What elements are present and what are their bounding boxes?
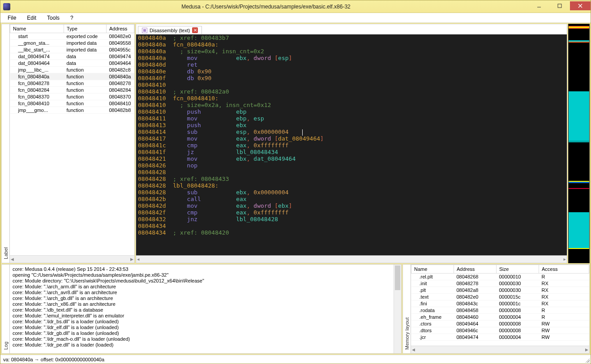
disasm-line[interactable]: 08048428 xyxy=(138,169,565,176)
table-row[interactable]: .rodata0804845800000008R xyxy=(411,307,589,314)
disasm-line[interactable]: 0804840d ret xyxy=(138,61,565,68)
label-panel-tab-text: Label xyxy=(3,247,9,259)
disasm-line[interactable]: 0804842d mov eax, dword [ebx] xyxy=(138,202,565,209)
window-title: Medusa - C:/Users/wisk/Projects/medusa/s… xyxy=(3,4,529,10)
disasm-tab-icon xyxy=(142,28,147,33)
disasm-line[interactable]: 0804841c cmp eax, 0xffffffff xyxy=(138,142,565,149)
content-area: Label Name Type Address startexported co… xyxy=(0,23,591,355)
disasm-line[interactable]: 08048410 ; size=0x2a, insn_cnt=0x12 xyxy=(138,102,565,108)
label-hscrollbar[interactable]: ◀▶ xyxy=(10,255,134,263)
disasm-tab[interactable]: Disassembly (text) ✕ xyxy=(138,26,202,34)
log-line: core: Module: ".\arch_x86.dll" is an arc… xyxy=(13,301,398,307)
log-vscrollbar[interactable] xyxy=(394,265,401,353)
minimize-button[interactable] xyxy=(529,1,549,10)
table-row[interactable]: __libc_start_...imported data0804955c xyxy=(10,47,134,53)
log-line: core: Module: ".\db_text.dll" is a datab… xyxy=(13,307,398,313)
log-line: core: Module: ".\arch_gb.dll" is an arch… xyxy=(13,295,398,301)
table-row[interactable]: fcn_08048410function08048410 xyxy=(10,100,134,107)
label-table-wrap[interactable]: Name Type Address startexported code0804… xyxy=(10,24,134,255)
disasm-line[interactable]: 0804842f cmp eax, 0xffffffff xyxy=(138,209,565,216)
table-row[interactable]: dat_08049464data08049464 xyxy=(10,60,134,67)
disasm-line[interactable]: 08048410 xyxy=(138,81,565,88)
disasm-line[interactable]: 0804840a ; size=0x4, insn_cnt=0x2 xyxy=(138,48,565,55)
disasm-line[interactable]: 08048414 sub esp, 0x00000004 xyxy=(138,128,565,135)
table-row[interactable]: jmp___gmo...function080482b8 xyxy=(10,107,134,114)
disasm-line[interactable]: 08048411 mov ebp, esp xyxy=(138,115,565,122)
mem-col-address[interactable]: Address xyxy=(454,265,497,274)
memory-panel-tab[interactable]: Memory layout xyxy=(403,264,411,354)
log-panel: core: Medusa 0.4.4 (release) Sep 15 2014… xyxy=(9,264,402,354)
label-panel-tab[interactable]: Label xyxy=(1,24,9,263)
log-view[interactable]: core: Medusa 0.4.4 (release) Sep 15 2014… xyxy=(10,265,401,353)
disasm-line[interactable]: 08048417 mov eax, dword [dat_08049464] xyxy=(138,135,565,142)
disasm-line[interactable]: 08048434 xyxy=(138,223,565,229)
log-line: core: Module directory: "C:\Users\wisk\P… xyxy=(13,278,398,284)
label-table: Name Type Address startexported code0804… xyxy=(10,24,134,114)
disasm-tab-label: Disassembly (text) xyxy=(150,28,190,33)
disasm-line[interactable]: 0804840a fcn_0804840a: xyxy=(138,41,565,48)
table-row[interactable]: .ctors0804946400000008RW xyxy=(411,321,589,327)
table-row[interactable]: .dtors0804946c00000008RW xyxy=(411,327,589,334)
table-row[interactable]: dat_08049474data08049474 xyxy=(10,53,134,60)
disasm-line[interactable]: 08048428 ; xref: 08048433 xyxy=(138,176,565,182)
table-row[interactable]: __gmon_sta...imported data08049558 xyxy=(10,40,134,47)
disasm-line[interactable]: 08048410 push ebp xyxy=(138,108,565,115)
table-row[interactable]: .jcr0804947400000004RW xyxy=(411,334,589,341)
label-col-name[interactable]: Name xyxy=(10,25,64,33)
log-line: core: Module: ".\ldr_mach-o.dll" is a lo… xyxy=(13,336,398,342)
table-row[interactable]: .text080482e00000015cRX xyxy=(411,294,589,300)
disasm-line[interactable]: 0804840a ; xref: 080483b7 xyxy=(138,34,565,41)
disasm-line[interactable]: 08048428 sub ebx, 0x00000004 xyxy=(138,189,565,196)
label-col-address[interactable]: Address xyxy=(107,25,134,33)
disasm-line[interactable]: 0804840f db 0x90 xyxy=(138,75,565,81)
table-row[interactable]: fcn_08048278function08048278 xyxy=(10,80,134,87)
disasm-line[interactable]: 0804842b call eax xyxy=(138,196,565,202)
disasm-line[interactable]: 08048432 jnz lbl_08048428 xyxy=(138,216,565,223)
table-row[interactable]: fcn_08048284function08048284 xyxy=(10,87,134,94)
entropy-strip[interactable] xyxy=(568,24,590,263)
table-row[interactable]: .init0804827800000030RX xyxy=(411,280,589,287)
resize-grip[interactable] xyxy=(584,357,590,363)
memory-panel: Name Address Size Access .rel.plt0804826… xyxy=(411,264,590,354)
menu-help[interactable]: ? xyxy=(66,14,78,22)
memory-table: Name Address Size Access .rel.plt0804826… xyxy=(411,265,589,341)
disasm-line[interactable]: 0804840e db 0x90 xyxy=(138,68,565,75)
titlebar: Medusa - C:/Users/wisk/Projects/medusa/s… xyxy=(0,0,591,13)
table-row[interactable]: .fini0804843c0000001cRX xyxy=(411,300,589,307)
disasm-line[interactable]: 0804841f jz lbl_08048434 xyxy=(138,149,565,155)
disasm-hscrollbar[interactable]: ◀▶ xyxy=(136,255,567,263)
menu-tools[interactable]: Tools xyxy=(43,14,64,22)
table-row[interactable]: .rel.plt0804826800000010R xyxy=(411,274,589,280)
close-icon[interactable]: ✕ xyxy=(192,27,198,33)
menu-edit[interactable]: Edit xyxy=(22,14,41,22)
mem-col-name[interactable]: Name xyxy=(411,265,454,274)
disasm-line[interactable]: 08048428 lbl_08048428: xyxy=(138,182,565,189)
disasm-line[interactable]: 0804840a mov ebx, dword [esp] xyxy=(138,55,565,61)
table-row[interactable]: .plt080482a800000030RX xyxy=(411,287,589,294)
table-row[interactable]: jmp___libc_...function080482c8 xyxy=(10,67,134,73)
log-line: core: Module: ".\ldr_gb.dll" is a loader… xyxy=(13,330,398,336)
disasm-line[interactable]: 08048413 push ebx xyxy=(138,122,565,128)
table-row[interactable]: fcn_08048370function08048370 xyxy=(10,94,134,100)
maximize-button[interactable] xyxy=(549,1,570,10)
table-row[interactable]: .eh_frame0804846000000004R xyxy=(411,314,589,321)
mem-col-size[interactable]: Size xyxy=(497,265,539,274)
disasm-view[interactable]: 0804840a ; xref: 080483b70804840a fcn_08… xyxy=(136,34,567,263)
upper-pane: Label Name Type Address startexported co… xyxy=(1,24,590,263)
disasm-line[interactable]: 08048410 fcn_08048410: xyxy=(138,95,565,102)
memory-table-wrap[interactable]: Name Address Size Access .rel.plt0804826… xyxy=(411,265,589,346)
disasm-line[interactable]: 08048421 mov ebx, dat_08049464 xyxy=(138,155,565,162)
table-row[interactable]: startexported code080482e0 xyxy=(10,33,134,40)
disasm-line[interactable]: 08048434 ; xref: 08048420 xyxy=(138,229,565,236)
log-line: core: Module: ".\arch_arm.dll" is an arc… xyxy=(13,284,398,290)
close-button[interactable] xyxy=(570,1,591,10)
memory-hscrollbar[interactable]: ◀▶ xyxy=(411,346,589,353)
log-panel-tab[interactable]: Log xyxy=(1,264,9,354)
menu-file[interactable]: File xyxy=(3,14,21,22)
log-line: opening "C:/Users/wisk/Projects/medusa/s… xyxy=(13,272,398,278)
disasm-line[interactable]: 08048426 nop xyxy=(138,162,565,169)
label-col-type[interactable]: Type xyxy=(64,25,107,33)
table-row[interactable]: fcn_0804840afunction0804840a xyxy=(10,73,134,80)
disasm-line[interactable]: 08048410 ; xref: 080482a0 xyxy=(138,88,565,95)
mem-col-access[interactable]: Access xyxy=(539,265,589,274)
